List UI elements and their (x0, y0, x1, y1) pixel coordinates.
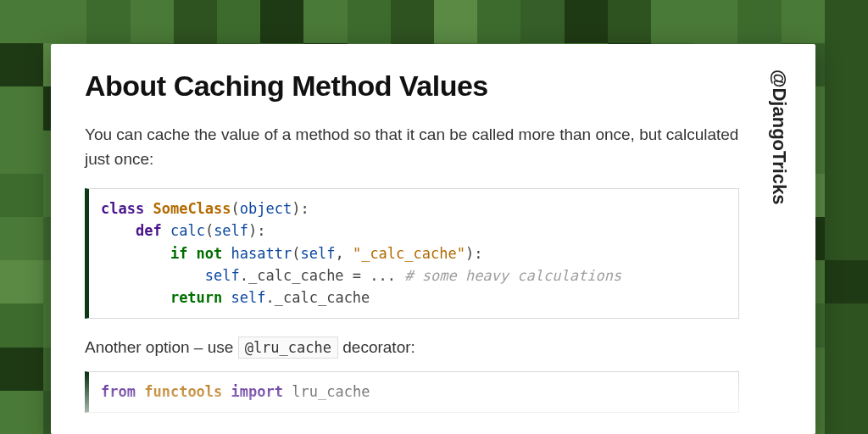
kw-def: def (136, 222, 162, 239)
code-block-2: from functools import lru_cache (85, 371, 739, 412)
outro-before: Another option – use (85, 338, 238, 356)
twitter-handle: @DjangoTricks (768, 70, 790, 205)
inline-code-lru-cache: @lru_cache (238, 337, 338, 359)
code-block-1: class SomeClass(object): def calc(self):… (85, 188, 739, 319)
intro-paragraph: You can cache the value of a method so t… (85, 123, 739, 171)
article-card: About Caching Method Values You can cach… (51, 44, 815, 434)
article-content: About Caching Method Values You can cach… (85, 70, 739, 413)
outro-paragraph: Another option – use @lru_cache decorato… (85, 336, 739, 360)
page-title: About Caching Method Values (85, 70, 739, 103)
outro-after: decorator: (338, 338, 415, 356)
import-name: lru_cache (292, 383, 370, 400)
kw-import: import (231, 383, 283, 400)
kw-return: return (170, 289, 222, 306)
kw-class: class (101, 200, 144, 217)
comment: # some heavy calculations (404, 267, 621, 284)
class-name: SomeClass (153, 200, 231, 217)
string-literal: "_calc_cache" (353, 245, 465, 262)
page-background: About Caching Method Values You can cach… (0, 0, 868, 434)
method-name: calc (170, 222, 205, 239)
kw-if-not: if not (170, 245, 222, 262)
kw-from: from (101, 383, 136, 400)
base-class: object (240, 200, 292, 217)
fn-hasattr: hasattr (231, 245, 292, 262)
module-functools: functools (144, 383, 222, 400)
param-self: self (214, 222, 248, 239)
